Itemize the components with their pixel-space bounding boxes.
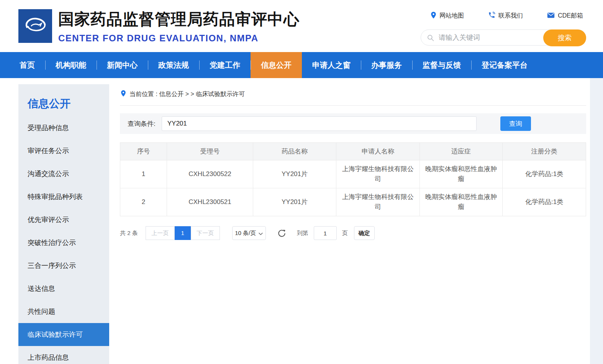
cell-indication: 晚期实体瘤和恶性血液肿瘤 [420,160,503,188]
confirm-button[interactable]: 确定 [354,226,375,240]
location-pin-icon [431,11,436,20]
col-header-seq: 序号 [120,143,167,160]
sitemap-link[interactable]: 网站地图 [431,11,464,20]
col-header-acceptance-no: 受理号 [167,143,253,160]
cell-registration-class: 化学药品:1类 [503,188,586,216]
sidebar-item-delivery-info[interactable]: 送达信息 [18,277,109,300]
sitemap-label: 网站地图 [439,12,464,20]
sidebar-item-marketed-drugs[interactable]: 上市药品信息 [18,346,109,364]
nav-item-info-disclosure[interactable]: 信息公开 [251,52,302,78]
site-search-button[interactable]: 搜索 [543,29,586,46]
sidebar: 信息公开 受理品种信息 审评任务公示 沟通交流公示 特殊审批品种列表 优先审评公… [18,84,109,364]
site-search-input[interactable] [439,34,540,42]
sidebar-item-three-in-one[interactable]: 三合一序列公示 [18,254,109,277]
cde-mail-label: CDE邮箱 [558,12,583,20]
current-page-button[interactable]: 1 [175,226,191,240]
mail-icon [547,12,555,20]
query-condition-label: 查询条件: [128,119,156,128]
content-area: 当前位置 : 信息公开 > > 临床试验默示许可 查询条件: 查询 序号 受理号… [120,84,586,240]
table-row: 2 CXHL2300521 YY201片 上海宇耀生物科技有限公司 晚期实体瘤和… [120,188,586,216]
cell-acceptance-no: CXHL2300522 [167,160,253,188]
nav-item-registration-platform[interactable]: 登记备案平台 [471,52,538,78]
cell-applicant: 上海宇耀生物科技有限公司 [336,160,420,188]
col-header-registration-class: 注册分类 [503,143,586,160]
cell-seq: 1 [120,160,167,188]
page-size-value: 10 条/页 [235,230,256,237]
nav-item-services[interactable]: 办事服务 [361,52,412,78]
cde-logo [18,9,52,43]
cell-seq: 2 [120,188,167,216]
col-header-applicant: 申请人名称 [336,143,420,160]
nav-item-functions[interactable]: 机构职能 [45,52,97,78]
sidebar-item-breakthrough-therapy[interactable]: 突破性治疗公示 [18,231,109,254]
query-condition-input[interactable] [162,116,477,131]
site-subtitle: CENTER FOR DRUG EVALUATION, NMPA [58,33,300,44]
nav-item-supervision[interactable]: 监督与反馈 [412,52,471,78]
table-row: 1 CXHL2300522 YY201片 上海宇耀生物科技有限公司 晚期实体瘤和… [120,160,586,188]
site-titles: 国家药品监督管理局药品审评中心 CENTER FOR DRUG EVALUATI… [58,9,300,44]
next-page-button[interactable]: 下一页 [191,226,220,240]
main-nav: 首页 机构职能 新闻中心 政策法规 党建工作 信息公开 申请人之窗 办事服务 监… [0,52,603,78]
page-right-gutter [590,78,603,364]
phone-icon [488,11,495,20]
goto-page-label: 到第 [297,230,308,237]
pagination: 共 2 条 上一页 1 下一页 10 条/页 到第 页 确定 [120,226,586,240]
cell-drug-name: YY201片 [253,160,336,188]
sidebar-item-review-tasks[interactable]: 审评任务公示 [18,139,109,162]
sidebar-item-communication[interactable]: 沟通交流公示 [18,162,109,185]
quick-links: 网站地图 联系我们 CDE邮箱 [421,11,586,20]
nav-item-applicant-window[interactable]: 申请人之窗 [302,52,361,78]
cell-indication: 晚期实体瘤和恶性血液肿瘤 [420,188,503,216]
table-header-row: 序号 受理号 药品名称 申请人名称 适应症 注册分类 [120,143,586,160]
nav-item-home[interactable]: 首页 [9,52,45,78]
header-right: 网站地图 联系我们 CDE邮箱 [421,11,586,46]
breadcrumb-text: 当前位置 : 信息公开 > > 临床试验默示许可 [129,90,245,98]
site-search-bar: 搜索 [421,29,586,46]
cell-registration-class: 化学药品:1类 [503,160,586,188]
sidebar-item-special-approval[interactable]: 特殊审批品种列表 [18,185,109,208]
nav-item-party[interactable]: 党建工作 [199,52,251,78]
query-panel: 查询条件: 查询 [120,113,586,134]
refresh-icon[interactable] [277,229,286,238]
cde-fish-swirl-icon [21,11,49,41]
sidebar-item-accepted-varieties[interactable]: 受理品种信息 [18,116,109,139]
page-size-select[interactable]: 10 条/页 [232,226,266,240]
location-pin-icon [121,90,126,98]
col-header-indication: 适应症 [420,143,503,160]
sidebar-item-common-questions[interactable]: 共性问题 [18,300,109,323]
query-button[interactable]: 查询 [500,116,531,131]
nav-item-news[interactable]: 新闻中心 [97,52,148,78]
page-unit-label: 页 [342,230,348,237]
cde-query-page: 国家药品监督管理局药品审评中心 CENTER FOR DRUG EVALUATI… [0,0,603,364]
sidebar-item-priority-review[interactable]: 优先审评公示 [18,208,109,231]
sidebar-title: 信息公开 [18,84,109,116]
cell-applicant: 上海宇耀生物科技有限公司 [336,188,420,216]
cde-mail-link[interactable]: CDE邮箱 [547,12,583,20]
cell-drug-name: YY201片 [253,188,336,216]
sidebar-item-clinical-trial-implied-license[interactable]: 临床试验默示许可 [18,323,109,346]
cell-acceptance-no: CXHL2300521 [167,188,253,216]
site-header: 国家药品监督管理局药品审评中心 CENTER FOR DRUG EVALUATI… [0,0,603,52]
nav-item-policies[interactable]: 政策法规 [148,52,199,78]
results-table: 序号 受理号 药品名称 申请人名称 适应症 注册分类 1 CXHL2300522… [120,142,586,216]
breadcrumb: 当前位置 : 信息公开 > > 临床试验默示许可 [120,84,586,106]
goto-page-input[interactable] [314,226,337,240]
contact-label: 联系我们 [498,12,523,20]
main-area: 信息公开 受理品种信息 审评任务公示 沟通交流公示 特殊审批品种列表 优先审评公… [0,84,603,364]
search-icon [427,34,434,43]
site-title: 国家药品监督管理局药品审评中心 [58,9,300,30]
contact-link[interactable]: 联系我们 [488,11,523,20]
total-count-label: 共 2 条 [120,230,138,237]
col-header-drug-name: 药品名称 [253,143,336,160]
prev-page-button[interactable]: 上一页 [146,226,175,240]
chevron-down-icon [259,230,263,237]
